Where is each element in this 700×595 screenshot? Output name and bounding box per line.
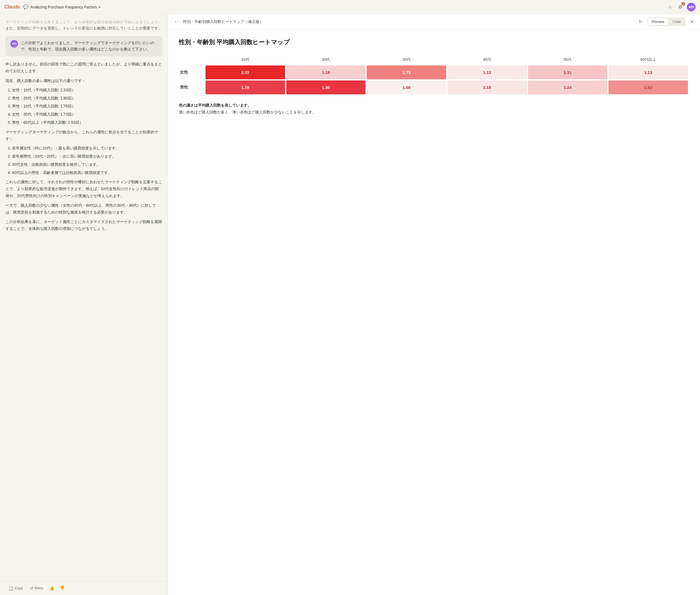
settings-badge: 1 bbox=[681, 2, 685, 6]
list-item: 女性・30代（平均購入回数: 1.73回） bbox=[12, 111, 162, 118]
tab-preview[interactable]: Preview bbox=[648, 18, 668, 25]
list-item: 若年層男性（10代・20代）：次に高い購買頻度があります。 bbox=[12, 153, 162, 160]
main-layout: マーケティング戦略を立案することで、より効果的な販売促進活動が可能になるでしょう… bbox=[0, 14, 700, 595]
back-icon: ← bbox=[174, 19, 179, 24]
list-item: 男性・20代（平均購入回数: 1.80回） bbox=[12, 95, 162, 102]
settings-button[interactable]: ⚙ 1 bbox=[676, 3, 684, 11]
list-item: 男性・60代以上（平均購入回数: 1.53回） bbox=[12, 119, 162, 126]
tab-code[interactable]: Code bbox=[669, 18, 685, 25]
assistant-marketing-intro: マーケティングターゲティングの観点から、これらの属性に焦点を当てることが効果的で… bbox=[5, 129, 162, 142]
user-avatar: MH bbox=[687, 3, 696, 11]
legend-bold: 色の濃さは平均購入回数を表しています。 bbox=[179, 103, 251, 108]
heatmap-col-header: 40代 bbox=[447, 55, 527, 64]
heatmap-row: 男性1.781.801.081.151.241.53 bbox=[180, 80, 688, 94]
list-item: 若年層女性（特に10代）：最も高い購買頻度を示しています。 bbox=[12, 145, 162, 151]
close-icon: ✕ bbox=[690, 19, 694, 25]
action-bar: 📋 Copy ↺ Retry 👍 👎 bbox=[0, 581, 168, 595]
faded-message: マーケティング戦略を立案することで、より効果的な販売促進活動が可能になるでしょう… bbox=[5, 19, 162, 32]
heatmap-col-header: 10代 bbox=[206, 55, 285, 64]
preview-refresh-button[interactable]: ↻ bbox=[637, 18, 644, 25]
heatmap-tbody: 女性2.331.181.731.131.311.13男性1.781.801.08… bbox=[180, 65, 688, 94]
heatmap-title: 性別・年齢別 平均購入回数ヒートマップ bbox=[179, 38, 689, 46]
refresh-icon: ↻ bbox=[639, 19, 642, 24]
app-logo: Claude bbox=[4, 4, 20, 10]
chat-messages: マーケティング戦略を立案することで、より効果的な販売促進活動が可能になるでしょう… bbox=[0, 14, 168, 581]
user-message-text: この分析でよくわかりました。マーケティングでターゲティングを行いたいので、性別と… bbox=[21, 40, 157, 53]
assistant-intro: 申し訳ありません。前回の回答で既にこの質問に答えていましたが、より明確に要点をま… bbox=[5, 61, 162, 75]
preview-header: ← 性別・年齢別購入回数ヒートマップ（修正版） ↻ Preview Code ✕ bbox=[168, 14, 700, 29]
heatmap-cell: 1.15 bbox=[447, 80, 527, 94]
chat-panel: マーケティング戦略を立案することで、より効果的な販売促進活動が可能になるでしょう… bbox=[0, 14, 168, 595]
heatmap-col-header: 20代 bbox=[286, 55, 366, 64]
thumbup-icon: 👍 bbox=[49, 586, 55, 590]
heatmap-col-header: 60代以上 bbox=[608, 55, 688, 64]
retry-label: Retry bbox=[35, 586, 43, 590]
user-message-avatar: MH bbox=[10, 40, 18, 48]
assistant-para3: この分析結果を基に、ターゲット属性ごとにカスタマイズされたマーケティング戦略を展… bbox=[5, 219, 162, 232]
heatmap-thead: 10代 20代 30代 40代 50代 60代以上 bbox=[180, 55, 688, 64]
topbar: Claude 💬 Analyzing Purchase Frequency Fa… bbox=[0, 0, 700, 14]
heatmap-cell: 1.24 bbox=[528, 80, 608, 94]
preview-content: 性別・年齢別 平均購入回数ヒートマップ 10代 20代 30代 40代 50代 … bbox=[168, 29, 700, 595]
retry-button[interactable]: ↺ Retry bbox=[27, 584, 46, 592]
heatmap-cell: 1.13 bbox=[608, 65, 688, 79]
legend-normal: 濃い赤色ほど購入回数が多く、薄い赤色ほど購入回数が少ないことを示します。 bbox=[179, 110, 316, 114]
heatmap-row-label: 男性 bbox=[180, 80, 204, 94]
thumbup-button[interactable]: 👍 bbox=[47, 584, 57, 592]
heatmap-corner-header bbox=[180, 55, 204, 64]
list-item: 男性・10代（平均購入回数: 1.78回） bbox=[12, 103, 162, 110]
heatmap-row-label: 女性 bbox=[180, 65, 204, 79]
user-message: MH この分析でよくわかりました。マーケティングでターゲティングを行いたいので、… bbox=[5, 36, 162, 57]
retry-icon: ↺ bbox=[30, 586, 33, 590]
conversation-title-area: 💬 Analyzing Purchase Frequency Factors ▾ bbox=[23, 4, 100, 9]
copy-label: Copy bbox=[15, 586, 23, 590]
preview-title: 性別・年齢別購入回数ヒートマップ（修正版） bbox=[183, 19, 634, 24]
preview-tabs: Preview Code bbox=[647, 18, 686, 26]
heatmap-cell: 1.13 bbox=[447, 65, 527, 79]
list-item: 60代以上の男性：高齢者層では比較的高い購買頻度です。 bbox=[12, 170, 162, 176]
assistant-current-high: 現在、購入回数の多い属性は以下の通りです： bbox=[5, 78, 162, 84]
heatmap-cell: 1.78 bbox=[206, 80, 285, 94]
topbar-right: ☆ ⚙ 1 MH bbox=[666, 3, 696, 11]
heatmap-cell: 2.33 bbox=[206, 65, 285, 79]
chat-icon: 💬 bbox=[23, 4, 29, 9]
heatmap-table: 10代 20代 30代 40代 50代 60代以上 女性2.331.181.73… bbox=[179, 54, 689, 95]
assistant-ranked-list: 女性・10代（平均購入回数: 2.33回）男性・20代（平均購入回数: 1.80… bbox=[5, 87, 162, 126]
heatmap-row: 女性2.331.181.731.131.311.13 bbox=[180, 65, 688, 79]
preview-back-button[interactable]: ← bbox=[172, 18, 180, 25]
heatmap-header-row: 10代 20代 30代 40代 50代 60代以上 bbox=[180, 55, 688, 64]
thumbdown-button[interactable]: 👎 bbox=[57, 584, 67, 592]
assistant-message: 申し訳ありません。前回の回答で既にこの質問に答えていましたが、より明確に要点をま… bbox=[5, 61, 162, 235]
thumbdown-icon: 👎 bbox=[59, 586, 65, 590]
heatmap-col-header: 50代 bbox=[528, 55, 608, 64]
assistant-para1: これらの属性に対して、それぞれの特性や嗜好に合わせたマーケティング戦略を立案する… bbox=[5, 179, 162, 199]
list-item: 30代女性：比較的高い購買頻度を維持しています。 bbox=[12, 162, 162, 168]
heatmap-cell: 1.73 bbox=[367, 65, 446, 79]
list-item: 女性・10代（平均購入回数: 2.33回） bbox=[12, 87, 162, 93]
heatmap-cell: 1.31 bbox=[528, 65, 608, 79]
heatmap-cell: 1.08 bbox=[367, 80, 446, 94]
conversation-title: Analyzing Purchase Frequency Factors bbox=[30, 5, 97, 9]
heatmap-col-header: 30代 bbox=[367, 55, 446, 64]
preview-close-button[interactable]: ✕ bbox=[688, 18, 696, 25]
heatmap-cell: 1.53 bbox=[608, 80, 688, 94]
dropdown-icon[interactable]: ▾ bbox=[98, 5, 100, 9]
copy-button[interactable]: 📋 Copy bbox=[5, 584, 26, 592]
star-button[interactable]: ☆ bbox=[666, 3, 674, 11]
assistant-para2: 一方で、購入回数の少ない属性（女性の40代・60代以上、男性の30代・40代）に… bbox=[5, 202, 162, 216]
preview-panel: ← 性別・年齢別購入回数ヒートマップ（修正版） ↻ Preview Code ✕… bbox=[168, 14, 700, 595]
heatmap-cell: 1.18 bbox=[286, 65, 366, 79]
copy-icon: 📋 bbox=[9, 586, 13, 590]
heatmap-legend: 色の濃さは平均購入回数を表しています。 濃い赤色ほど購入回数が多く、薄い赤色ほど… bbox=[179, 102, 689, 116]
assistant-marketing-list: 若年層女性（特に10代）：最も高い購買頻度を示しています。若年層男性（10代・2… bbox=[5, 145, 162, 176]
heatmap-cell: 1.80 bbox=[286, 80, 366, 94]
